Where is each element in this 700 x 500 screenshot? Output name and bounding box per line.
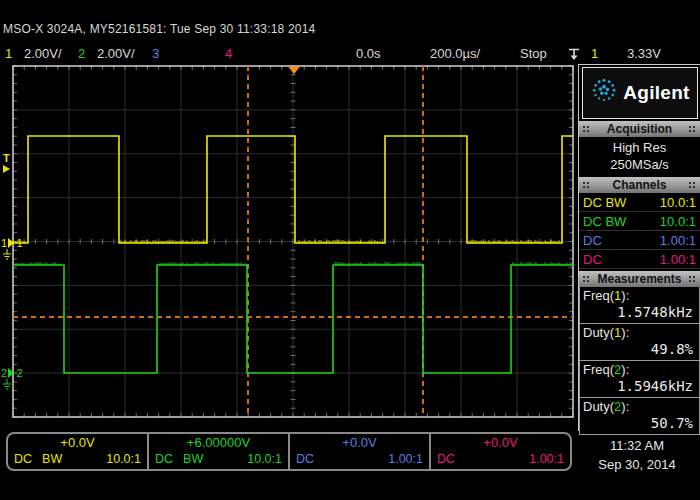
measurement-row-freq2[interactable]: Freq(2): 1.5946kHz (580, 360, 699, 397)
ch2-bw-label: BW (183, 452, 203, 467)
status-bar: 1 2.00V/ 2 2.00V/ 3 4 0.0s 200.0µs/ Stop… (0, 45, 700, 64)
ch2-coupling: DC BW (583, 214, 626, 229)
ch3-offset: +0.0V (296, 435, 423, 450)
ch1-probe-ratio: 10.0:1 (660, 195, 696, 210)
side-panel: Agilent Acquisition High Res 250MSa/s Ch… (578, 65, 700, 431)
ch1-probe-label: 10.0:1 (106, 452, 141, 467)
ch4-coupling: DC (583, 252, 602, 267)
ch2-status-button[interactable]: 2 (78, 46, 85, 61)
ch2-settings-box[interactable]: +6.00000V DCBW10.0:1 (149, 434, 290, 469)
channel-settings-bar: +0.0V DCBW10.0:1 +6.00000V DCBW10.0:1 +0… (6, 432, 572, 471)
ch4-status-button[interactable]: 4 (225, 46, 232, 61)
channel-row-3[interactable]: DC 1.00:1 (579, 231, 700, 250)
ch1-scale[interactable]: 2.00V/ (24, 46, 62, 61)
clock-time: 11:32 AM (578, 436, 696, 455)
trigger-level-value[interactable]: 3.33V (627, 46, 661, 61)
clock: 11:32 AM Sep 30, 2014 (578, 436, 696, 474)
ch3-status-button[interactable]: 3 (152, 46, 159, 61)
channel-row-1[interactable]: DC BW 10.0:1 (579, 193, 700, 212)
measurement-row-freq1[interactable]: Freq(1): 1.5748kHz (580, 287, 699, 323)
ch1-offset: +0.0V (14, 435, 141, 450)
oscilloscope-screen: MSO-X 3024A, MY52161581: Tue Sep 30 11:3… (0, 0, 700, 500)
trigger-level-marker[interactable]: T (3, 152, 10, 164)
meas-suffix: ): (621, 362, 629, 377)
measurement-row-duty1[interactable]: Duty(1): 49.8% (580, 323, 699, 360)
meas-value: 49.8% (583, 341, 696, 358)
ch3-probe-ratio: 1.00:1 (660, 233, 696, 248)
ch2-offset: +6.00000V (155, 435, 282, 450)
measurements-header-label: Measurements (597, 272, 681, 286)
brand-box: Agilent (582, 67, 698, 119)
acquisition-header-label: Acquisition (607, 122, 672, 136)
meas-suffix: ): (621, 399, 629, 414)
clock-date: Sep 30, 2014 (578, 455, 696, 474)
meas-value: 1.5748kHz (583, 304, 696, 321)
ch2-coupling-label: DC (155, 452, 173, 467)
channel-row-4[interactable]: DC 1.00:1 (579, 250, 700, 269)
trigger-source[interactable]: 1 (591, 46, 598, 61)
trigger-icon (568, 48, 580, 64)
ch1-bw-label: BW (42, 452, 62, 467)
ch4-settings-box[interactable]: +0.0V DC1.00:1 (431, 434, 570, 469)
sample-rate: 250MSa/s (579, 156, 700, 173)
ground-marker-label-2[interactable]: 2 (1, 367, 7, 379)
channels-header[interactable]: Channels (579, 177, 700, 193)
ch4-offset: +0.0V (437, 435, 564, 450)
ch4-coupling-label: DC (437, 452, 455, 467)
measurements-list: Freq(1): 1.5748kHz Duty(1): 49.8% Freq(2… (579, 287, 700, 435)
ch1-coupling-label: DC (14, 452, 32, 467)
drag-grip-icon (582, 275, 591, 284)
ch4-probe-label: 1.00:1 (529, 452, 564, 467)
ch3-probe-label: 1.00:1 (388, 452, 423, 467)
ground-marker-label-1[interactable]: 1 (1, 237, 7, 249)
scope-graticule: T1122 (0, 64, 578, 431)
meas-name: Freq( (583, 362, 614, 377)
meas-value: 50.7% (583, 415, 696, 432)
acquisition-info: High Res 250MSa/s (579, 137, 700, 175)
meas-suffix: ): (621, 325, 629, 340)
ch3-coupling-label: DC (296, 452, 314, 467)
acquisition-mode: High Res (579, 139, 700, 156)
waveform-display: T1122 (0, 64, 578, 431)
measurements-header[interactable]: Measurements (579, 271, 700, 287)
acquisition-header[interactable]: Acquisition (579, 121, 700, 137)
ch1-status-button[interactable]: 1 (5, 46, 12, 61)
ch2-scale[interactable]: 2.00V/ (97, 46, 135, 61)
run-state[interactable]: Stop (520, 46, 547, 61)
scope-background (0, 64, 578, 431)
drag-grip-icon (582, 125, 591, 134)
brand-name: Agilent (623, 82, 690, 104)
channel-label-2: 2 (17, 367, 23, 379)
channels-header-label: Channels (612, 178, 666, 192)
meas-value: 1.5946kHz (583, 378, 696, 395)
ch2-probe-label: 10.0:1 (247, 452, 282, 467)
ch3-settings-box[interactable]: +0.0V DC1.00:1 (290, 434, 431, 469)
ch2-probe-ratio: 10.0:1 (660, 214, 696, 229)
time-reference[interactable]: 0.0s (356, 46, 381, 61)
meas-suffix: ): (621, 288, 629, 303)
timebase-setting[interactable]: 200.0µs/ (430, 46, 480, 61)
ch1-settings-box[interactable]: +0.0V DCBW10.0:1 (8, 434, 149, 469)
drag-grip-icon (582, 181, 591, 190)
measurement-row-duty2[interactable]: Duty(2): 50.7% (580, 397, 699, 434)
drag-grip-icon (688, 275, 697, 284)
drag-grip-icon (688, 181, 697, 190)
ch3-coupling: DC (583, 233, 602, 248)
meas-name: Duty( (583, 399, 614, 414)
channel-label-1: 1 (17, 237, 23, 249)
window-title: MSO-X 3024A, MY52161581: Tue Sep 30 11:3… (3, 22, 315, 36)
agilent-starburst-icon (590, 77, 618, 109)
ch1-coupling: DC BW (583, 195, 626, 210)
meas-name: Freq( (583, 288, 614, 303)
ch4-probe-ratio: 1.00:1 (660, 252, 696, 267)
drag-grip-icon (688, 125, 697, 134)
meas-name: Duty( (583, 325, 614, 340)
channel-row-2[interactable]: DC BW 10.0:1 (579, 212, 700, 231)
